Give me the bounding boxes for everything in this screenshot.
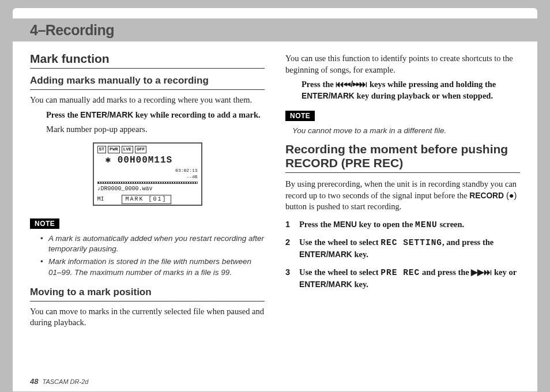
key-menu: MENU — [333, 220, 357, 229]
key-enter-mark: ENTER/MARK — [299, 280, 352, 289]
page-footer: 48 TASCAM DR-2d — [30, 377, 88, 386]
note-item: Mark information is stored in the file w… — [40, 257, 265, 277]
text-fragment: screen. — [438, 220, 464, 229]
step-3: Use the wheel to select PRE REC and pres… — [285, 266, 520, 291]
chapter-title: 4–Recording — [30, 22, 520, 39]
section-pre-rec: Recording the moment before pushing RECO… — [285, 142, 520, 173]
note-list: A mark is automatically added when you r… — [40, 233, 265, 278]
lcd-tag: ST — [97, 146, 107, 153]
subsection-adding-marks: Adding marks manually to a recording — [30, 74, 265, 90]
steps-list: Press the MENU key to open the MENU scre… — [285, 218, 520, 290]
text-fragment: key. — [352, 250, 368, 259]
text-fragment: and press the — [420, 267, 471, 277]
chapter-title-bar: 4–Recording — [13, 18, 537, 42]
manual-page: 4–Recording Mark function Adding marks m… — [13, 8, 537, 391]
text-fragment: key during playback or when stopped. — [355, 91, 493, 100]
lcd-mark-popup: MARK [01] — [122, 195, 171, 204]
lcd-db: --dB — [97, 174, 198, 180]
text-fragment: key while recording to add a mark. — [133, 110, 260, 119]
skip-forward-icon: ▶▶⏭ — [471, 267, 492, 277]
key-record: RECORD — [469, 191, 504, 200]
para-add-marks: You can manually add marks to a recordin… — [30, 95, 265, 106]
para-popup-appears: Mark number pop-up appears. — [46, 124, 265, 135]
lcd-tag: PWR — [108, 146, 119, 153]
product-name: TASCAM DR-2d — [43, 378, 89, 385]
text-fragment: , and press the — [442, 238, 494, 247]
step-2: Use the wheel to select REC SETTING, and… — [285, 236, 520, 261]
lcd-tag: LVE — [122, 146, 133, 153]
screen-name-menu: MENU — [415, 220, 438, 229]
text-fragment: Use the wheel to select — [299, 267, 381, 277]
para-shortcut-intro: You can use this function to identify po… — [285, 53, 520, 76]
text-fragment: key to open the — [357, 220, 415, 229]
subsection-moving-mark: Moving to a mark position — [30, 286, 265, 301]
lcd-subtime: 03:02:13 — [97, 168, 198, 174]
text-fragment: Press the — [299, 220, 333, 229]
lcd-display: ST PWR LVE OFF ✱ 00H00M11S 03:02:13 --dB… — [93, 142, 202, 206]
right-column: You can use this function to identify po… — [285, 50, 520, 332]
text-fragment: Use the wheel to select — [299, 238, 381, 247]
section-mark-function: Mark function — [30, 52, 265, 69]
record-dot-icon: (●) — [504, 191, 517, 200]
lcd-label: MI — [97, 196, 104, 202]
page-number: 48 — [30, 377, 38, 386]
text-fragment: Press the — [302, 80, 336, 89]
skip-keys-icon: ⏮◀◀/▶▶⏭ — [336, 80, 367, 89]
text-fragment: Press the — [46, 110, 80, 119]
two-column-layout: Mark function Adding marks manually to a… — [30, 50, 520, 332]
left-column: Mark function Adding marks manually to a… — [30, 50, 265, 332]
key-enter-mark: ENTER/MARK — [299, 250, 352, 259]
menu-item-pre-rec: PRE REC — [381, 268, 420, 277]
lcd-timer: 00H00M11S — [118, 155, 172, 165]
key-enter-mark: ENTER/MARK — [80, 111, 133, 119]
instruction-press-enter-mark: Press the ENTER/MARK key while recording… — [46, 110, 265, 121]
text-fragment: button is pushed to start recording. — [285, 202, 401, 211]
para-move-marks: You can move to marks in the currently s… — [30, 306, 265, 329]
instruction-skip-keys: Press the ⏮◀◀/▶▶⏭ keys while pressing an… — [302, 79, 520, 101]
lcd-filename: ♪DR0000_0000.wav — [97, 185, 198, 193]
note-label: NOTE — [285, 111, 315, 121]
note-label: NOTE — [30, 218, 59, 229]
lcd-tag: OFF — [135, 146, 146, 153]
para-prerec-intro: By using prerecording, when the unit is … — [285, 179, 520, 213]
key-enter-mark: ENTER/MARK — [302, 92, 355, 100]
text-fragment: key or — [492, 267, 516, 277]
lcd-screenshot: ST PWR LVE OFF ✱ 00H00M11S 03:02:13 --dB… — [30, 142, 265, 206]
text-fragment: keys while pressing and holding the — [367, 80, 496, 89]
menu-item-rec-setting: REC SETTING — [381, 238, 442, 247]
text-fragment: key. — [352, 280, 368, 289]
step-1: Press the MENU key to open the MENU scre… — [285, 218, 520, 231]
note-item: A mark is automatically added when you r… — [40, 233, 265, 254]
note-different-file: You cannot move to a mark in a different… — [292, 126, 520, 136]
